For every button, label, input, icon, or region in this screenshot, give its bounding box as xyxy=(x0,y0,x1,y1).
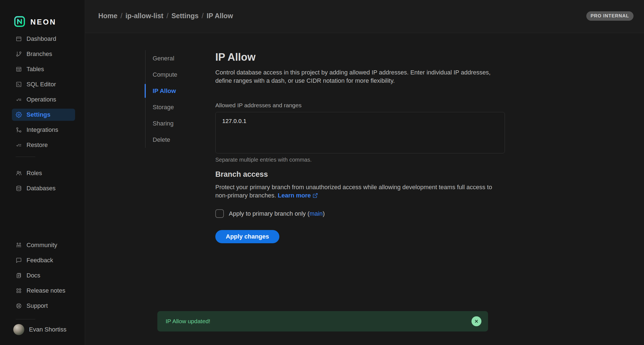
branches-icon xyxy=(16,51,22,57)
databases-icon xyxy=(16,185,22,191)
sidebar-nav-primary: DashboardBranchesTablesSQL EditorOperati… xyxy=(0,33,85,154)
breadcrumb: Home/ip-allow-list/Settings/IP Allow xyxy=(98,12,233,20)
operations-icon xyxy=(16,97,22,103)
dashboard-icon xyxy=(16,36,22,42)
external-link-icon xyxy=(312,193,318,200)
sidebar-item-docs[interactable]: Docs xyxy=(12,269,75,282)
branch-access-description: Protect your primary branch from unautho… xyxy=(215,183,505,200)
sidebar-item-label: Operations xyxy=(26,96,56,103)
sidebar-item-label: Databases xyxy=(26,185,55,192)
sidebar-item-label: Restore xyxy=(26,141,48,149)
success-toast: IP Allow updated! xyxy=(157,311,488,331)
page-description: Control database access in this project … xyxy=(215,68,494,85)
sidebar: NEON DashboardBranchesTablesSQL EditorOp… xyxy=(0,0,85,345)
sidebar-item-label: Docs xyxy=(26,272,40,279)
breadcrumb-separator: / xyxy=(120,12,122,20)
breadcrumb-separator: / xyxy=(166,12,168,20)
ip-allow-panel: IP Allow Control database access in this… xyxy=(215,51,505,243)
community-icon xyxy=(16,242,22,248)
top-header: Home/ip-allow-list/Settings/IP Allow PRO… xyxy=(85,0,644,33)
sidebar-item-tables[interactable]: Tables xyxy=(12,63,75,75)
breadcrumb-separator: / xyxy=(202,12,204,20)
tables-icon xyxy=(16,66,22,72)
close-icon[interactable] xyxy=(471,316,481,326)
main-area: Home/ip-allow-list/Settings/IP Allow PRO… xyxy=(85,0,644,345)
release-notes-icon xyxy=(16,288,22,294)
main-branch-link[interactable]: main xyxy=(309,210,323,217)
settings-nav-item-ip-allow[interactable]: IP Allow xyxy=(145,83,203,99)
user-avatar xyxy=(13,324,24,335)
user-menu[interactable]: Evan Shortiss xyxy=(12,323,75,336)
sidebar-item-label: Branches xyxy=(26,50,52,58)
sidebar-item-branches[interactable]: Branches xyxy=(12,48,75,60)
feedback-icon xyxy=(16,257,22,263)
sidebar-item-label: Settings xyxy=(26,111,51,118)
sidebar-item-label: Tables xyxy=(26,66,44,73)
page-title: IP Allow xyxy=(215,51,505,63)
sidebar-item-sql-editor[interactable]: SQL Editor xyxy=(12,78,75,90)
learn-more-link[interactable]: Learn more xyxy=(278,192,318,199)
sidebar-item-roles[interactable]: Roles xyxy=(12,167,75,179)
sidebar-nav-secondary: CommunityFeedbackDocsRelease notesSuppor… xyxy=(0,239,85,315)
neon-logo-icon xyxy=(14,16,25,28)
branch-access-title: Branch access xyxy=(215,170,505,179)
sidebar-item-feedback[interactable]: Feedback xyxy=(12,254,75,266)
breadcrumb-item-ip-allow-list[interactable]: ip-allow-list xyxy=(125,12,163,20)
sidebar-item-label: Release notes xyxy=(26,287,65,294)
settings-nav-item-delete[interactable]: Delete xyxy=(145,132,203,148)
sidebar-item-label: Community xyxy=(26,242,57,249)
integrations-icon xyxy=(16,127,22,133)
apply-changes-button[interactable]: Apply changes xyxy=(215,230,279,243)
sidebar-item-label: Feedback xyxy=(26,257,53,264)
sidebar-item-dashboard[interactable]: Dashboard xyxy=(12,33,75,45)
breadcrumb-item-settings[interactable]: Settings xyxy=(171,12,199,20)
settings-nav: GeneralComputeIP AllowStorageSharingDele… xyxy=(145,50,203,148)
sidebar-item-support[interactable]: Support xyxy=(12,300,75,312)
sidebar-item-integrations[interactable]: Integrations xyxy=(12,124,75,136)
sidebar-item-community[interactable]: Community xyxy=(12,239,75,251)
restore-icon xyxy=(16,142,22,148)
sidebar-item-operations[interactable]: Operations xyxy=(12,93,75,106)
primary-branch-checkbox[interactable] xyxy=(215,209,224,218)
sidebar-item-databases[interactable]: Databases xyxy=(12,182,75,194)
settings-nav-item-sharing[interactable]: Sharing xyxy=(145,115,203,132)
brand-name: NEON xyxy=(30,18,56,26)
settings-nav-item-compute[interactable]: Compute xyxy=(145,66,203,83)
settings-nav-item-storage[interactable]: Storage xyxy=(145,99,203,115)
sidebar-nav-database: RolesDatabases xyxy=(0,167,85,197)
breadcrumb-item-ip-allow: IP Allow xyxy=(206,12,233,20)
ip-field-label: Allowed IP addresses and ranges xyxy=(215,102,505,109)
sidebar-item-restore[interactable]: Restore xyxy=(12,139,75,151)
roles-icon xyxy=(16,170,22,176)
primary-branch-row: Apply to primary branch only (main) xyxy=(215,209,505,218)
toast-message: IP Allow updated! xyxy=(166,318,210,325)
sidebar-item-label: SQL Editor xyxy=(26,81,56,88)
user-name: Evan Shortiss xyxy=(29,326,67,333)
ip-field-helper: Separate multiple entries with commas. xyxy=(215,157,505,163)
sidebar-item-label: Dashboard xyxy=(26,35,56,42)
primary-branch-label: Apply to primary branch only (main) xyxy=(229,210,325,217)
sidebar-divider-bottom xyxy=(16,319,35,319)
sidebar-divider xyxy=(16,157,35,157)
settings-content: GeneralComputeIP AllowStorageSharingDele… xyxy=(85,33,644,345)
sidebar-item-label: Roles xyxy=(26,170,42,177)
settings-gear-icon xyxy=(16,112,22,118)
sql-editor-icon xyxy=(16,81,22,87)
docs-icon xyxy=(16,272,22,279)
support-icon xyxy=(16,303,22,309)
sidebar-item-settings[interactable]: Settings xyxy=(12,109,75,121)
sidebar-item-label: Integrations xyxy=(26,126,58,133)
settings-nav-item-general[interactable]: General xyxy=(145,50,203,66)
breadcrumb-item-home[interactable]: Home xyxy=(98,12,117,20)
ip-addresses-textarea[interactable]: 127.0.0.1 xyxy=(215,112,505,153)
sidebar-item-label: Support xyxy=(26,302,48,309)
neon-logo[interactable]: NEON xyxy=(14,16,85,28)
plan-badge: PRO INTERNAL xyxy=(586,11,634,21)
sidebar-item-release-notes[interactable]: Release notes xyxy=(12,285,75,297)
